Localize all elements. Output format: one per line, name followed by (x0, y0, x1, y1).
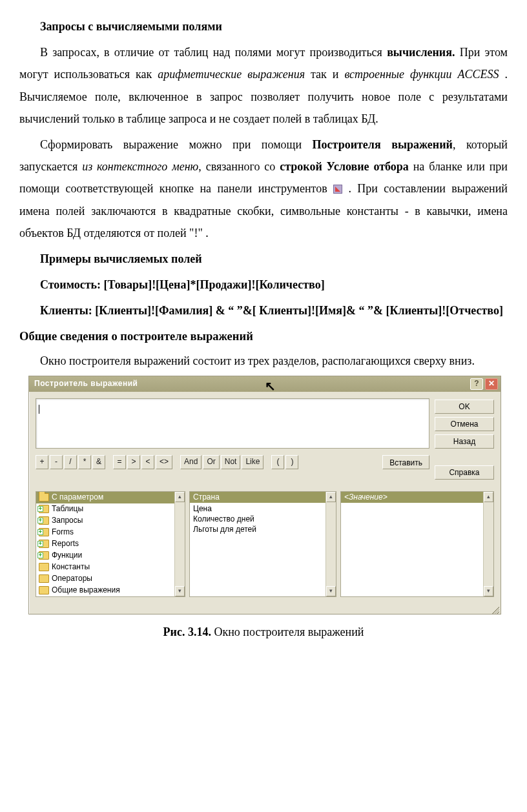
field-item[interactable]: Цена (193, 503, 333, 514)
cursor-icon: ↖ (265, 374, 276, 398)
paragraph-2: Сформировать выражение можно при помощи … (19, 134, 508, 244)
fields-list: Цена Количество дней Льготы для детей (190, 503, 336, 535)
op-or[interactable]: Or (203, 455, 219, 469)
op-minus[interactable]: - (50, 455, 63, 469)
text-bold: вычисления. (387, 46, 455, 59)
builder-toolbar-icon (333, 185, 342, 194)
paragraph-1: В запросах, в отличие от таблиц над поля… (19, 41, 508, 130)
folder-open-icon (39, 493, 49, 502)
back-button[interactable]: Назад (435, 434, 494, 449)
text: так и (305, 68, 344, 81)
folder-icon: + (39, 528, 49, 536)
fields-header[interactable]: Страна (190, 492, 336, 503)
expand-plus-icon: + (37, 553, 43, 558)
folder-icon: + (39, 516, 49, 525)
field-item[interactable]: Льготы для детей (193, 524, 333, 534)
folder-icon (39, 574, 49, 583)
examples-heading: Примеры вычисляемых полей (19, 248, 508, 270)
left-area: + - / * & = > < <> And Or Not Like ( (36, 398, 429, 480)
op-and[interactable]: And (180, 455, 202, 469)
insert-button[interactable]: Вставить (382, 455, 429, 469)
folder-icon (39, 586, 49, 594)
values-pane[interactable]: <Значение> ▴ ▾ (340, 491, 494, 597)
dialog-buttons: OK Отмена Назад Справка (435, 398, 494, 480)
close-button[interactable]: ✕ (485, 378, 498, 390)
categories-pane[interactable]: С параметром+Таблицы+Запросы+Forms+Repor… (36, 491, 185, 597)
text: В запросах, в отличие от таблиц над поля… (40, 46, 387, 59)
help-button[interactable]: ? (470, 378, 483, 390)
heading-builder-overview: Общие сведения о построителе выражений (19, 325, 508, 348)
expression-input[interactable] (36, 398, 429, 449)
help-ref-button[interactable]: Справка (435, 465, 494, 480)
caption-number: Рис. 3.14. (163, 625, 211, 638)
field-item[interactable]: Количество дней (193, 514, 333, 524)
scrollbar[interactable]: ▴ ▾ (483, 492, 493, 596)
resize-grip[interactable] (29, 605, 501, 614)
text-bold: Построителя выражений (313, 138, 453, 151)
text: Сформировать выражение можно при помощи (40, 138, 313, 151)
text-italic: арифметические выражения (158, 68, 305, 81)
paragraph-3: Окно построителя выражений состоит из тр… (19, 350, 508, 372)
scrollbar[interactable]: ▴ ▾ (174, 492, 185, 596)
operator-toolbar: + - / * & = > < <> And Or Not Like ( (36, 455, 429, 469)
titlebar[interactable]: Построитель выражений ↖ ? ✕ (29, 376, 501, 392)
op-mul[interactable]: * (78, 455, 91, 469)
folder-icon (39, 563, 49, 571)
op-plus[interactable]: + (36, 455, 48, 469)
category-label: Общие выражения (52, 583, 120, 596)
text: , связанного со (198, 160, 280, 173)
op-lparen[interactable]: ( (271, 455, 284, 469)
op-gt[interactable]: > (127, 455, 140, 469)
cancel-button[interactable]: Отмена (435, 417, 494, 431)
folder-icon: + (39, 505, 49, 513)
scroll-up-icon[interactable]: ▴ (175, 492, 185, 502)
op-rparen[interactable]: ) (285, 455, 298, 469)
scroll-up-icon[interactable]: ▴ (484, 492, 493, 502)
fields-pane[interactable]: Страна Цена Количество дней Льготы для д… (189, 491, 336, 597)
window-title: Построитель выражений (34, 376, 138, 391)
figure-caption: Рис. 3.14. Окно построителя выражений (19, 621, 508, 643)
op-like[interactable]: Like (242, 455, 264, 469)
expand-plus-icon: + (37, 506, 43, 512)
scrollbar[interactable]: ▴ ▾ (326, 492, 336, 596)
text-caret-icon (39, 405, 39, 414)
caption-text: Окно построителя выражений (211, 625, 364, 638)
ok-button[interactable]: OK (435, 400, 494, 414)
folder-icon: + (39, 540, 49, 548)
titlebar-buttons: ? ✕ (470, 378, 498, 390)
op-amp[interactable]: & (92, 455, 105, 469)
example-2: Клиенты: [Клиенты]![Фамилия] & “ ”&[ Кли… (19, 299, 508, 321)
resize-grip-icon (490, 605, 499, 614)
op-eq[interactable]: = (113, 455, 126, 469)
op-lt[interactable]: < (141, 455, 154, 469)
window-body: + - / * & = > < <> And Or Not Like ( (29, 392, 501, 486)
example-1: Стоимость: [Товары]![Цена]*[Продажи]![Ко… (19, 274, 508, 296)
folder-icon: + (39, 551, 49, 560)
op-not[interactable]: Not (221, 455, 241, 469)
scroll-down-icon[interactable]: ▾ (326, 586, 336, 596)
expand-plus-icon: + (37, 529, 43, 535)
scroll-up-icon[interactable]: ▴ (326, 492, 336, 502)
op-div[interactable]: / (64, 455, 77, 469)
text-italic: из контекстного меню (82, 160, 198, 173)
heading-calc-fields: Запросы с вычисляемыми полями (19, 15, 508, 37)
scroll-down-icon[interactable]: ▾ (484, 586, 493, 596)
expand-plus-icon: + (37, 518, 43, 523)
op-neq[interactable]: <> (156, 455, 172, 469)
scroll-down-icon[interactable]: ▾ (175, 586, 185, 596)
category-item[interactable]: Общие выражения (36, 585, 185, 596)
values-header[interactable]: <Значение> (341, 492, 493, 503)
document-body: Запросы с вычисляемыми полями В запросах… (19, 15, 508, 643)
category-browser: С параметром+Таблицы+Запросы+Forms+Repor… (36, 491, 494, 597)
text-bold: строкой Условие отбора (280, 160, 409, 173)
expand-plus-icon: + (37, 541, 43, 547)
text-italic: встроенные функции ACCESS (344, 68, 504, 81)
expression-builder-window: Построитель выражений ↖ ? ✕ + - / * & (28, 376, 501, 614)
